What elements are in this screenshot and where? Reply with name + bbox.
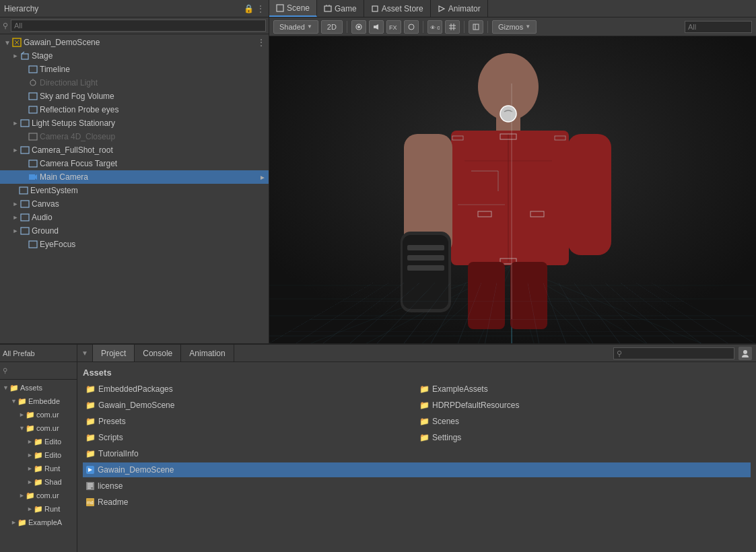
- skybox-icon-btn[interactable]: [404, 20, 419, 34]
- tree-item-sky-fog[interactable]: Sky and Fog Volume: [0, 90, 269, 103]
- sidebar-edito1[interactable]: ► 📁 Edito: [0, 435, 77, 448]
- scene-kebab-icon[interactable]: ⋮: [256, 37, 266, 48]
- bottom-left-search: ⚲: [0, 362, 77, 380]
- viewport-background: [269, 36, 756, 343]
- svg-rect-70: [568, 134, 611, 255]
- tree-item-reflection-probe[interactable]: Reflection Probe eyes: [0, 103, 269, 116]
- grid-icon-btn[interactable]: [445, 20, 460, 34]
- file-gawain-label: Gawain_DemoScene: [98, 465, 174, 475]
- audio-icon-btn[interactable]: [369, 20, 384, 34]
- svg-point-75: [500, 106, 516, 122]
- sidebar-shad[interactable]: ► 📁 Shad: [0, 475, 77, 489]
- folder-gawain-demo[interactable]: 📁 Gawain_DemoScene: [83, 398, 417, 413]
- 2d-label: 2D: [327, 23, 337, 31]
- tree-item-event-system[interactable]: EventSystem: [0, 184, 269, 197]
- sidebar-embedded[interactable]: ▼ 📁 Embedde: [0, 394, 77, 408]
- file-readme[interactable]: md Readme: [83, 495, 751, 510]
- bottom-collapse-btn[interactable]: ▼: [77, 345, 93, 362]
- eye-focus-label: EyeFocus: [40, 240, 75, 249]
- sidebar-edito2[interactable]: ► 📁 Edito: [0, 448, 77, 462]
- tree-item-directional-light[interactable]: Directional Light: [0, 76, 269, 90]
- tab-project[interactable]: Project: [93, 345, 135, 361]
- tab-animator[interactable]: Animator: [431, 0, 488, 17]
- tab-scene[interactable]: Scene: [269, 0, 317, 17]
- light-icon-btn[interactable]: [351, 20, 366, 34]
- ground-icon: [20, 226, 30, 236]
- folder-hdrp[interactable]: 📁 HDRPDefaultResources: [417, 398, 751, 413]
- tab-animation[interactable]: Animation: [181, 345, 234, 361]
- sidebar-assets[interactable]: ▼ 📁 Assets: [0, 381, 77, 394]
- sidebar-runt2[interactable]: ► 📁 Runt: [0, 502, 77, 516]
- tab-asset-store[interactable]: Asset Store: [364, 0, 431, 17]
- tree-item-ground[interactable]: ► Ground: [0, 224, 269, 238]
- light-setups-expand-arrow[interactable]: ►: [11, 120, 20, 127]
- comur1-arrow: ►: [19, 411, 26, 418]
- folder-presets-label: Presets: [98, 417, 126, 426]
- file-license[interactable]: license: [83, 479, 751, 493]
- tree-item-camera-fullshot[interactable]: ► Camera_FullShot_root: [0, 143, 269, 157]
- sidebar-runt1[interactable]: ► 📁 Runt: [0, 462, 77, 475]
- tree-item-canvas[interactable]: ► Canvas: [0, 197, 269, 211]
- scene-name-label: Gawain_DemoScene: [24, 38, 100, 47]
- tree-item-main-camera[interactable]: Main Camera ►: [0, 170, 269, 184]
- tree-item-root[interactable]: ▼ Gawain_DemoScene ⋮: [0, 36, 269, 49]
- tree-item-camera-4d[interactable]: Camera 4D_Closeup: [0, 130, 269, 143]
- svg-marker-31: [376, 24, 378, 30]
- folder-example-assets[interactable]: 📁 ExampleAssets: [417, 382, 751, 396]
- hierarchy-search-input[interactable]: [11, 20, 266, 32]
- file-gawain-demo-scene[interactable]: Gawain_DemoScene: [83, 462, 751, 477]
- folder-gawain-icon: 📁: [85, 401, 96, 410]
- ground-expand-arrow[interactable]: ►: [11, 228, 20, 234]
- sidebar-comur3[interactable]: ► 📁 com.ur: [0, 489, 77, 502]
- scene-search-input[interactable]: [685, 21, 752, 33]
- 2d-toggle[interactable]: 2D: [321, 20, 343, 34]
- root-expand-arrow[interactable]: ▼: [3, 39, 12, 46]
- audio-icon: [20, 213, 30, 222]
- audio-expand-arrow[interactable]: ►: [11, 214, 20, 221]
- hierarchy-search-icon: ⚲: [3, 22, 8, 30]
- audio-label: Audio: [32, 213, 53, 222]
- embedded-icon: 📁: [18, 397, 27, 406]
- folder-embedded-packages[interactable]: 📁 EmbeddedPackages: [83, 382, 417, 396]
- tree-item-audio[interactable]: ► Audio: [0, 211, 269, 224]
- tab-console-label: Console: [143, 349, 172, 358]
- hierarchy-menu-icon[interactable]: ⋮: [256, 4, 265, 13]
- tree-item-stage[interactable]: ► Stage: [0, 49, 269, 63]
- sep3: [464, 21, 465, 33]
- svg-rect-15: [29, 174, 35, 180]
- tree-item-camera-focus[interactable]: Camera Focus Target: [0, 157, 269, 170]
- folder-tutorial[interactable]: 📁 TutorialInfo: [83, 446, 417, 461]
- sidebar-examplea[interactable]: ► 📁 ExampleA: [0, 516, 77, 529]
- camera-fullshot-expand-arrow[interactable]: ►: [11, 147, 20, 153]
- layers-icon-btn[interactable]: 👁 0: [427, 20, 442, 34]
- tree-item-eye-focus[interactable]: EyeFocus: [0, 238, 269, 251]
- edito2-arrow: ►: [27, 452, 34, 458]
- sky-fog-label: Sky and Fog Volume: [40, 92, 114, 101]
- canvas-expand-arrow[interactable]: ►: [11, 201, 20, 207]
- effects-icon: FX: [389, 23, 399, 31]
- tree-item-timeline[interactable]: Timeline: [0, 63, 269, 76]
- sidebar-comur2[interactable]: ▼ 📁 com.ur: [0, 421, 77, 435]
- project-search-input[interactable]: [613, 347, 734, 359]
- light-setups-icon: [20, 118, 30, 128]
- fx-icon-btn[interactable]: FX: [386, 20, 401, 34]
- event-system-icon: [19, 186, 28, 195]
- tab-console[interactable]: Console: [135, 345, 181, 361]
- render-icon-btn[interactable]: [469, 20, 483, 34]
- tab-game[interactable]: Game: [317, 0, 364, 17]
- folder-settings[interactable]: 📁 Settings: [417, 430, 751, 445]
- sidebar-comur1[interactable]: ► 📁 com.ur: [0, 408, 77, 421]
- tree-item-light-setups[interactable]: ► Light Setups Stationary: [0, 116, 269, 130]
- gizmos-btn[interactable]: Gizmos ▼: [492, 20, 537, 34]
- folder-scripts[interactable]: 📁 Scripts: [83, 430, 417, 445]
- hierarchy-lock-icon[interactable]: 🔒: [244, 4, 254, 13]
- folder-scenes[interactable]: 📁 Scenes: [417, 414, 751, 429]
- main-camera-expand-arrow[interactable]: ►: [259, 174, 266, 181]
- shading-dropdown[interactable]: Shaded ▼: [273, 20, 318, 34]
- directional-light-icon: [28, 78, 38, 88]
- svg-rect-30: [374, 26, 376, 28]
- folder-embedded-label: EmbeddedPackages: [98, 384, 173, 394]
- collaborate-icon[interactable]: [738, 347, 752, 360]
- folder-presets[interactable]: 📁 Presets: [83, 414, 417, 429]
- stage-expand-arrow[interactable]: ►: [11, 53, 20, 59]
